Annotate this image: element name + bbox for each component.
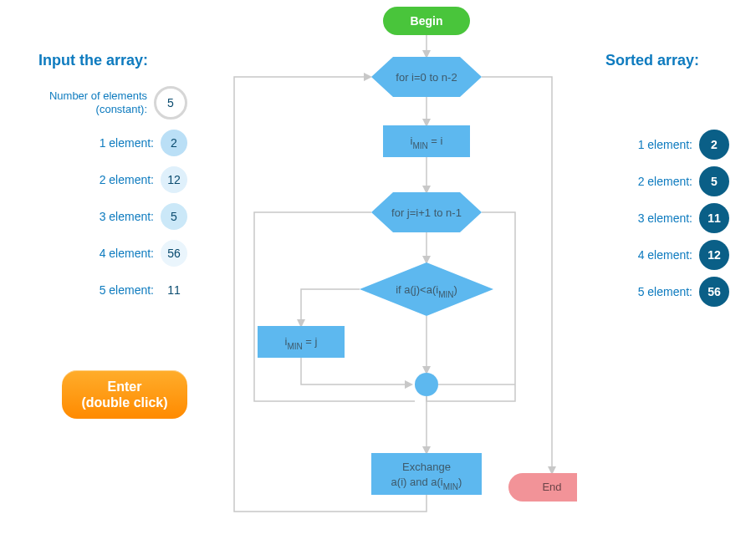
svg-text:for j=i+1 to n-1: for j=i+1 to n-1 xyxy=(391,206,462,219)
sorted-element-1-label: 1 element: xyxy=(638,138,692,151)
flow-begin-node: Begin xyxy=(383,7,470,35)
sorted-element-5-label: 5 element: xyxy=(638,285,692,298)
constant-label: Number of elements (constant): xyxy=(49,89,147,115)
input-element-2-row: 2 element: 12 xyxy=(20,166,187,193)
flow-merge-node xyxy=(415,373,438,396)
flow-for-j-node: for j=i+1 to n-1 xyxy=(371,192,482,232)
input-element-4-row: 4 element: 56 xyxy=(20,240,187,267)
sorted-element-4-row: 4 element: 12 xyxy=(584,240,729,270)
svg-rect-19 xyxy=(371,453,482,495)
enter-button-line1: Enter xyxy=(108,379,142,395)
svg-text:for i=0 to n-2: for i=0 to n-2 xyxy=(396,71,457,84)
input-element-4-value[interactable]: 56 xyxy=(161,240,187,267)
selection-sort-diagram: Input the array: Number of elements (con… xyxy=(0,0,756,555)
svg-text:End: End xyxy=(542,481,561,493)
sorted-element-2-value: 5 xyxy=(699,166,729,196)
sorted-element-4-label: 4 element: xyxy=(638,248,692,262)
input-element-2-label: 2 element: xyxy=(100,173,154,186)
sorted-element-1-row: 1 element: 2 xyxy=(584,130,729,160)
flow-imin-i-node: iMIN = i xyxy=(383,125,470,157)
input-element-3-label: 3 element: xyxy=(100,210,154,223)
input-element-2-value[interactable]: 12 xyxy=(161,166,187,193)
sorted-element-1-value: 2 xyxy=(699,130,729,160)
flow-condition-node: if a(j)<a(iMIN) xyxy=(360,262,493,316)
input-element-3-row: 3 element: 5 xyxy=(20,203,187,230)
enter-button[interactable]: Enter (double click) xyxy=(62,370,187,419)
input-element-4-label: 4 element: xyxy=(100,247,154,260)
input-element-5-label: 5 element: xyxy=(100,283,154,297)
input-element-5-row: 5 element: 11 xyxy=(20,277,187,303)
constant-row: Number of elements (constant): 5 xyxy=(20,85,187,120)
constant-label-line2: (constant): xyxy=(96,103,147,115)
svg-text:Exchange: Exchange xyxy=(402,461,451,473)
constant-value[interactable]: 5 xyxy=(154,86,187,120)
flow-end-node: End xyxy=(508,473,577,502)
constant-label-line1: Number of elements xyxy=(49,89,147,102)
sorted-element-3-label: 3 element: xyxy=(638,211,692,225)
sorted-element-4-value: 12 xyxy=(699,240,729,270)
sorted-element-2-row: 2 element: 5 xyxy=(584,166,729,196)
sorted-element-5-row: 5 element: 56 xyxy=(584,277,729,307)
input-element-3-value[interactable]: 5 xyxy=(161,203,187,230)
svg-text:Begin: Begin xyxy=(411,14,443,28)
input-element-1-label: 1 element: xyxy=(100,136,154,150)
svg-point-18 xyxy=(415,373,438,396)
input-element-1-row: 1 element: 2 xyxy=(20,130,187,156)
sorted-element-5-value: 56 xyxy=(699,277,729,307)
flow-imin-j-node: iMIN = j xyxy=(258,326,345,358)
sorted-element-3-row: 3 element: 11 xyxy=(584,203,729,233)
enter-button-line2: (double click) xyxy=(81,395,167,410)
sorted-element-3-value: 11 xyxy=(699,203,729,233)
input-array-title: Input the array: xyxy=(38,52,148,69)
sorted-array-title: Sorted array: xyxy=(605,52,699,69)
input-element-5-value[interactable]: 11 xyxy=(161,277,187,303)
flow-for-i-node: for i=0 to n-2 xyxy=(371,57,482,97)
flow-exchange-node: Exchange a(i) and a(iMIN) xyxy=(371,453,482,495)
input-element-1-value[interactable]: 2 xyxy=(161,130,187,156)
sorted-element-2-label: 2 element: xyxy=(638,175,692,188)
